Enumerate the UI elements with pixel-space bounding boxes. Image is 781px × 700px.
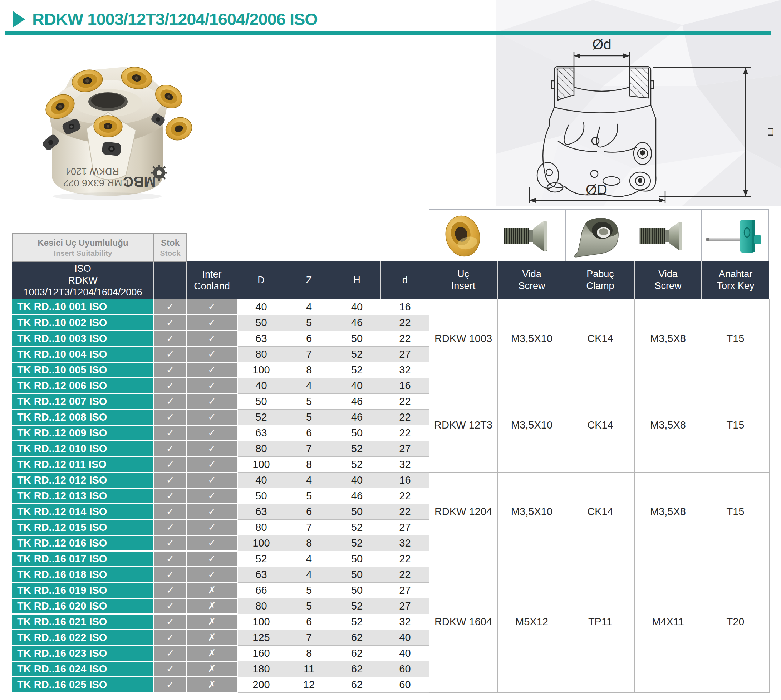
col-header-torx: Anahtar Torx Key [702,262,769,299]
Z-cell: 5 [285,409,333,425]
col-header-screw2: Vida Screw [634,262,702,299]
H-cell: 50 [333,503,381,519]
col-header-insert: Uç Insert [429,262,498,299]
col-header-stock-blank [154,262,187,299]
cooland-check-cell: ✗ [187,598,237,614]
clamp-group-cell: CK14 [566,378,634,472]
cooland-check-cell: ✓ [187,330,237,346]
product-code-cell: TK RD..16 020 ISO [12,598,154,614]
product-code-cell: TK RD..16 021 ISO [12,614,154,630]
D-cell: 80 [237,441,285,457]
clamp [102,141,121,156]
D-cell: 200 [237,677,285,692]
stock-check-cell: ✓ [154,299,187,315]
d-cell: 27 [381,519,429,535]
H-cell: 52 [333,362,381,378]
product-code-cell: TK RD..10 001 ISO [12,299,154,315]
torx-group-cell: T20 [702,551,769,692]
cooland-check-cell: ✗ [187,614,237,630]
product-code-cell: TK RD..12 015 ISO [12,519,154,535]
d-cell: 32 [381,362,429,378]
Z-cell: 8 [285,362,333,378]
title-arrow-icon [13,11,25,28]
product-code-cell: TK RD..10 003 ISO [12,330,154,346]
D-cell: 100 [237,457,285,472]
Z-cell: 5 [285,582,333,598]
product-code-cell: TK RD..16 022 ISO [12,630,154,645]
cooland-check-cell: ✓ [187,551,237,567]
Z-cell: 8 [285,645,333,661]
cooland-check-cell: ✓ [187,441,237,457]
H-cell: 52 [333,614,381,630]
D-cell: 50 [237,488,285,503]
product-code-cell: TK RD..16 017 ISO [12,551,154,567]
col-header-H: H [333,262,381,299]
torx-group-cell: T15 [702,378,769,472]
d-cell: 32 [381,457,429,472]
H-cell: 52 [333,519,381,535]
product-code-cell: TK RD..16 018 ISO [12,567,154,582]
product-code-cell: TK RD..12 013 ISO [12,488,154,503]
H-cell: 50 [333,330,381,346]
product-code-cell: TK RD..16 023 ISO [12,645,154,661]
brand-gear-icon [151,165,167,181]
D-cell: 100 [237,535,285,551]
stock-check-cell: ✓ [154,378,187,393]
col-header-screw1: Vida Screw [498,262,566,299]
product-code-cell: TK RD..12 012 ISO [12,472,154,488]
H-cell: 62 [333,645,381,661]
product-code-cell: TK RD..12 011 ISO [12,457,154,472]
D-cell: 100 [237,362,285,378]
insert-group-cell: RDKW 1003 [429,299,498,378]
stock-check-cell: ✓ [154,677,187,692]
gold-insert [163,114,193,144]
insert-suitability-header: Kesici Uç Uyumluluğu Insert Suitability [12,233,154,262]
cooland-check-cell: ✓ [187,488,237,503]
table-row: TK RD..12 006 ISO✓✓4044016RDKW 12T3M3,5X… [12,378,769,393]
D-cell: 125 [237,630,285,645]
insert-group-cell: RDKW 12T3 [429,378,498,472]
product-code-cell: TK RD..16 019 ISO [12,582,154,598]
stock-check-cell: ✓ [154,457,187,472]
stock-check-cell: ✓ [154,503,187,519]
suitability-header-row: Kesici Uç Uyumluluğu Insert Suitability … [12,233,769,262]
cooland-check-cell: ✓ [187,567,237,582]
tool-marking-code: EMR 63X6 022 [63,177,128,188]
screw1-group-cell: M5X12 [498,551,566,692]
H-cell: 50 [333,551,381,567]
cooland-check-cell: ✓ [187,519,237,535]
Z-cell: 4 [285,567,333,582]
cooland-check-cell: ✓ [187,346,237,362]
Z-cell: 5 [285,598,333,614]
spec-table: Kesici Uç Uyumluluğu Insert Suitability … [12,233,769,693]
cooland-check-cell: ✓ [187,315,237,330]
stock-header: Stok Stock [154,233,187,262]
stock-check-cell: ✓ [154,582,187,598]
stock-title-en: Stock [154,248,187,258]
cooland-check-cell: ✗ [187,630,237,645]
stock-check-cell: ✓ [154,519,187,535]
clamp-group-cell: CK14 [566,472,634,551]
screw2-group-cell: M3,5X8 [634,472,702,551]
d-cell: 22 [381,409,429,425]
col-header-D: D [237,262,285,299]
product-code-cell: TK RD..10 005 ISO [12,362,154,378]
stock-check-cell: ✓ [154,630,187,645]
product-code-cell: TK RD..12 014 ISO [12,503,154,519]
cooland-check-cell: ✓ [187,457,237,472]
Z-cell: 5 [285,315,333,330]
D-cell: 40 [237,299,285,315]
H-cell: 52 [333,441,381,457]
product-code-cell: TK RD..12 009 ISO [12,425,154,441]
stock-check-cell: ✓ [154,409,187,425]
cooland-check-cell: ✓ [187,378,237,393]
cooland-check-cell: ✓ [187,425,237,441]
dim-label-outer: ØD [586,182,607,197]
cooland-check-cell: ✓ [187,409,237,425]
insert-group-cell: RDKW 1204 [429,472,498,551]
clamp-group-cell: CK14 [566,299,634,378]
cooland-check-cell: ✓ [187,535,237,551]
d-cell: 16 [381,378,429,393]
screw2-group-cell: M3,5X8 [634,299,702,378]
clamp-group-cell: TP11 [566,551,634,692]
